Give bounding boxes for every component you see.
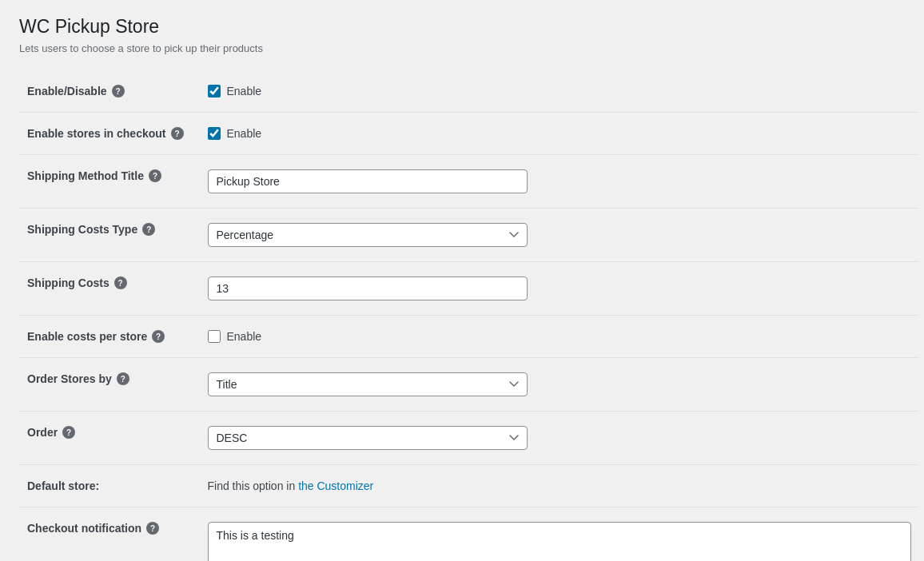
default-store-field: Find this option in the Customizer bbox=[200, 465, 919, 507]
order-stores-by-select[interactable]: Title ID Date Name bbox=[208, 372, 528, 396]
default-store-label: Default store: bbox=[27, 479, 99, 492]
enable-disable-checkbox-label: Enable bbox=[227, 85, 262, 97]
enable-costs-per-store-field: Enable bbox=[200, 316, 919, 358]
page-title: WC Pickup Store bbox=[19, 16, 905, 38]
order-stores-by-label: Order Stores by bbox=[27, 372, 112, 385]
enable-disable-checkbox[interactable] bbox=[208, 85, 221, 97]
order-stores-by-row: Order Stores by ? Title ID Date Name bbox=[19, 358, 919, 412]
order-stores-by-field: Title ID Date Name bbox=[200, 358, 919, 412]
checkout-notification-textarea[interactable]: This is a testing bbox=[208, 522, 911, 561]
order-stores-by-label-cell: Order Stores by ? bbox=[19, 358, 200, 412]
customizer-link[interactable]: the Customizer bbox=[298, 479, 373, 492]
order-stores-by-help-icon[interactable]: ? bbox=[117, 372, 129, 385]
shipping-method-title-input[interactable] bbox=[208, 169, 528, 193]
shipping-method-title-help-icon[interactable]: ? bbox=[149, 169, 161, 182]
shipping-costs-type-field: Percentage Fixed Free bbox=[200, 209, 919, 262]
enable-stores-checkout-field: Enable bbox=[200, 113, 919, 155]
enable-costs-per-store-label: Enable costs per store bbox=[27, 330, 147, 343]
order-field: DESC ASC bbox=[200, 412, 919, 465]
shipping-costs-input[interactable] bbox=[208, 277, 528, 300]
enable-stores-checkout-row: Enable stores in checkout ? Enable bbox=[19, 113, 919, 155]
order-help-icon[interactable]: ? bbox=[62, 426, 75, 439]
shipping-costs-type-label: Shipping Costs Type bbox=[27, 223, 137, 236]
enable-disable-help-icon[interactable]: ? bbox=[112, 85, 125, 97]
enable-stores-checkout-label-cell: Enable stores in checkout ? bbox=[19, 113, 200, 155]
order-select[interactable]: DESC ASC bbox=[208, 426, 528, 450]
settings-form: Enable/Disable ? Enable Enable stores in… bbox=[19, 70, 919, 561]
shipping-costs-type-label-cell: Shipping Costs Type ? bbox=[19, 209, 200, 262]
enable-costs-per-store-checkbox-label: Enable bbox=[227, 330, 262, 343]
page-subtitle: Lets users to choose a store to pick up … bbox=[19, 42, 905, 54]
checkout-notification-row: Checkout notification ? This is a testin… bbox=[19, 507, 919, 562]
enable-stores-checkout-label: Enable stores in checkout bbox=[27, 127, 166, 140]
order-label: Order bbox=[27, 426, 58, 439]
default-store-text: Find this option in bbox=[208, 479, 299, 492]
checkout-notification-label-cell: Checkout notification ? bbox=[19, 507, 200, 562]
shipping-method-title-row: Shipping Method Title ? bbox=[19, 155, 919, 209]
order-label-cell: Order ? bbox=[19, 412, 200, 465]
order-row: Order ? DESC ASC bbox=[19, 412, 919, 465]
checkout-notification-label: Checkout notification bbox=[27, 522, 141, 535]
checkout-notification-help-icon[interactable]: ? bbox=[146, 522, 159, 535]
default-store-label-cell: Default store: bbox=[19, 465, 200, 507]
shipping-costs-type-select[interactable]: Percentage Fixed Free bbox=[208, 223, 528, 247]
shipping-method-title-label: Shipping Method Title bbox=[27, 169, 144, 182]
shipping-costs-row: Shipping Costs ? bbox=[19, 262, 919, 316]
enable-costs-per-store-checkbox[interactable] bbox=[208, 330, 221, 343]
shipping-costs-label: Shipping Costs bbox=[27, 277, 110, 289]
shipping-method-title-field bbox=[200, 155, 919, 209]
shipping-method-title-label-cell: Shipping Method Title ? bbox=[19, 155, 200, 209]
enable-costs-per-store-help-icon[interactable]: ? bbox=[152, 330, 165, 343]
shipping-costs-type-row: Shipping Costs Type ? Percentage Fixed F… bbox=[19, 209, 919, 262]
enable-disable-label-cell: Enable/Disable ? bbox=[19, 70, 200, 113]
enable-stores-checkout-checkbox[interactable] bbox=[208, 127, 221, 140]
enable-disable-label: Enable/Disable bbox=[27, 85, 107, 97]
enable-costs-per-store-label-cell: Enable costs per store ? bbox=[19, 316, 200, 358]
enable-stores-checkout-help-icon[interactable]: ? bbox=[171, 127, 184, 140]
shipping-costs-help-icon[interactable]: ? bbox=[114, 277, 127, 289]
enable-disable-field: Enable bbox=[200, 70, 919, 113]
enable-stores-checkout-checkbox-label: Enable bbox=[227, 127, 262, 140]
enable-costs-per-store-row: Enable costs per store ? Enable bbox=[19, 316, 919, 358]
default-store-row: Default store: Find this option in the C… bbox=[19, 465, 919, 507]
shipping-costs-type-help-icon[interactable]: ? bbox=[142, 223, 155, 236]
enable-disable-row: Enable/Disable ? Enable bbox=[19, 70, 919, 113]
checkout-notification-field: This is a testing bbox=[200, 507, 919, 562]
shipping-costs-field bbox=[200, 262, 919, 316]
shipping-costs-label-cell: Shipping Costs ? bbox=[19, 262, 200, 316]
